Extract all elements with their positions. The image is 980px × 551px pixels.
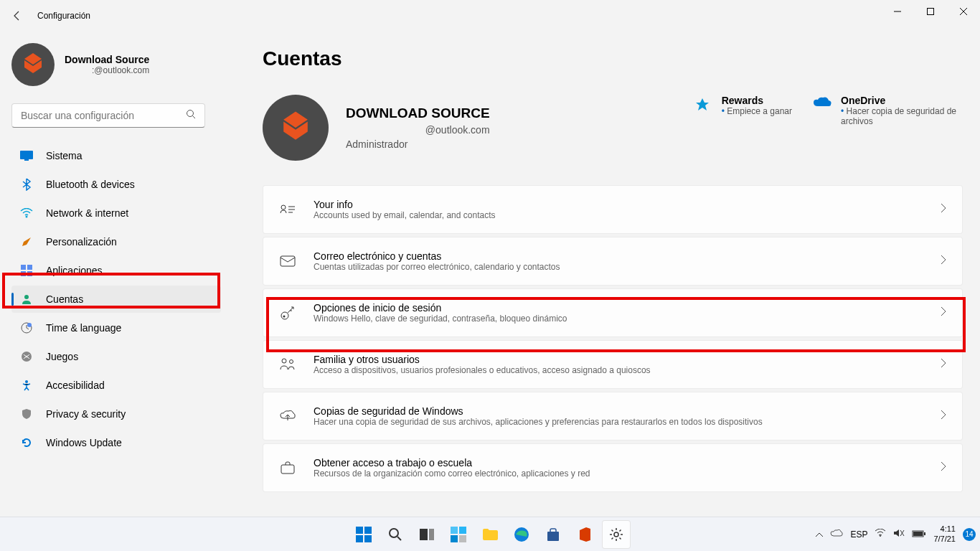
- svg-point-14: [22, 352, 32, 362]
- volume-tray-icon[interactable]: [893, 528, 905, 540]
- minimize-button[interactable]: [881, 0, 914, 23]
- svg-rect-25: [281, 465, 294, 474]
- chevron-right-icon: [941, 306, 946, 319]
- chevron-right-icon: [941, 255, 946, 268]
- nav-privacy[interactable]: Privacy & security: [11, 400, 221, 428]
- nav-time[interactable]: Time & language: [11, 314, 221, 342]
- svg-rect-20: [281, 256, 295, 266]
- nav-network[interactable]: Network & internet: [11, 199, 221, 227]
- rewards-card[interactable]: Rewards Empiece a ganar: [693, 95, 792, 126]
- setting-your-info[interactable]: Your infoAccounts used by email, calenda…: [263, 185, 963, 234]
- setting-signin-options[interactable]: Opciones de inicio de sesiónWindows Hell…: [263, 288, 963, 337]
- language-indicator[interactable]: ESP: [850, 529, 867, 540]
- svg-rect-27: [364, 527, 372, 534]
- svg-point-16: [281, 205, 286, 209]
- brush-icon: [20, 235, 33, 248]
- svg-rect-34: [451, 527, 458, 534]
- svg-rect-1: [928, 9, 934, 15]
- svg-rect-8: [27, 265, 32, 270]
- onedrive-sub: Hacer copia de seguridad de archivos: [841, 106, 963, 126]
- svg-point-22: [283, 316, 286, 318]
- svg-rect-39: [547, 532, 559, 541]
- nav-update[interactable]: Windows Update: [11, 429, 221, 456]
- search-button[interactable]: [381, 520, 410, 549]
- nav-cuentas[interactable]: Cuentas: [11, 286, 221, 313]
- battery-tray-icon[interactable]: [912, 529, 926, 540]
- profile-block[interactable]: Download Source :@outlook.com: [11, 43, 222, 86]
- notification-badge[interactable]: 14: [963, 528, 976, 541]
- svg-point-11: [24, 295, 29, 299]
- clock-icon: [20, 321, 33, 334]
- profile-email: :@outlook.com: [65, 65, 149, 75]
- setting-family[interactable]: Familia y otros usuariosAcceso a disposi…: [263, 340, 963, 389]
- store-button[interactable]: [539, 520, 567, 549]
- nav-bluetooth[interactable]: Bluetooth & devices: [11, 171, 221, 198]
- svg-rect-46: [913, 532, 923, 536]
- svg-rect-36: [451, 535, 458, 542]
- chevron-right-icon: [941, 203, 946, 216]
- key-icon: [279, 305, 296, 321]
- settings-button[interactable]: [602, 520, 631, 549]
- back-button[interactable]: [3, 1, 32, 30]
- avatar: [11, 43, 55, 86]
- backup-icon: [279, 409, 296, 423]
- widgets-button[interactable]: [444, 520, 473, 549]
- taskview-button[interactable]: [413, 520, 441, 549]
- svg-rect-33: [429, 529, 434, 540]
- svg-rect-35: [459, 527, 466, 534]
- svg-point-24: [290, 360, 293, 364]
- maximize-button[interactable]: [914, 0, 947, 23]
- svg-line-31: [397, 537, 401, 540]
- nav-juegos[interactable]: Juegos: [11, 343, 221, 370]
- edge-button[interactable]: [507, 520, 536, 549]
- user-block: DOWNLOAD SOURCE @outlook.com Administrad…: [263, 95, 490, 161]
- person-icon: [20, 293, 33, 306]
- update-icon: [20, 436, 33, 449]
- search-input-wrapper[interactable]: [11, 103, 205, 128]
- chevron-right-icon: [941, 358, 946, 371]
- setting-email[interactable]: Correo electrónico y cuentasCuentas util…: [263, 237, 963, 286]
- office-button[interactable]: [570, 520, 599, 549]
- clock-tray[interactable]: 4:11 7/7/21: [933, 524, 956, 543]
- user-name: DOWNLOAD SOURCE: [346, 105, 490, 121]
- svg-rect-10: [27, 271, 32, 276]
- user-avatar[interactable]: [263, 95, 329, 161]
- shield-icon: [20, 408, 33, 420]
- nav-accesibilidad[interactable]: Accesibilidad: [11, 372, 221, 399]
- setting-backup[interactable]: Copias de seguridad de WindowsHacer una …: [263, 392, 963, 441]
- nav-list: Sistema Bluetooth & devices Network & in…: [11, 142, 221, 456]
- svg-rect-37: [459, 535, 466, 542]
- page-title: Cuentas: [263, 47, 963, 70]
- mail-icon: [279, 255, 296, 267]
- id-icon: [279, 204, 296, 215]
- svg-point-2: [187, 110, 194, 117]
- onedrive-tray-icon[interactable]: [830, 529, 843, 540]
- onedrive-card[interactable]: OneDrive Hacer copia de seguridad de arc…: [812, 95, 963, 126]
- svg-rect-7: [21, 265, 26, 270]
- onedrive-title: OneDrive: [841, 95, 963, 106]
- svg-rect-26: [356, 527, 363, 534]
- wifi-tray-icon[interactable]: [875, 529, 886, 540]
- search-icon: [186, 109, 196, 122]
- rewards-sub: Empiece a ganar: [722, 106, 792, 116]
- svg-rect-28: [356, 535, 363, 542]
- nav-personalizacion[interactable]: Personalización: [11, 228, 221, 255]
- nav-aplicaciones[interactable]: Aplicaciones: [11, 257, 221, 284]
- wifi-icon: [20, 207, 33, 220]
- svg-point-41: [880, 535, 881, 537]
- rewards-icon: [693, 96, 713, 116]
- svg-point-30: [390, 529, 398, 537]
- family-icon: [279, 357, 296, 372]
- start-button[interactable]: [349, 520, 378, 549]
- nav-sistema[interactable]: Sistema: [11, 142, 221, 169]
- tray-chevron-icon[interactable]: [816, 529, 823, 540]
- svg-point-13: [27, 323, 32, 327]
- profile-name: Download Source: [65, 54, 149, 65]
- setting-work-school[interactable]: Obtener acceso a trabajo o escuelaRecurs…: [263, 443, 963, 492]
- explorer-button[interactable]: [476, 520, 504, 549]
- user-role: Administrador: [346, 138, 490, 150]
- search-input[interactable]: [21, 110, 179, 121]
- close-button[interactable]: [947, 0, 980, 23]
- svg-rect-45: [924, 532, 925, 535]
- rewards-title: Rewards: [722, 95, 792, 106]
